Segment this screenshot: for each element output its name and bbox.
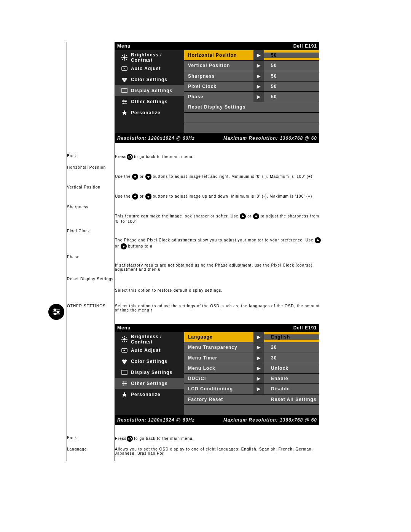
osd-right-label: Horizontal Position [184, 53, 253, 58]
osd-right-value: Enable [264, 376, 319, 381]
chevron-right-icon: ▶ [253, 61, 264, 70]
osd-right-value: 50 [264, 63, 319, 68]
osd-right-label: Reset Display Settings [184, 104, 253, 110]
osd-left-item[interactable]: Brightness / Contrast [115, 334, 184, 345]
row-back2-desc: Press to go back to the main menu. [115, 436, 324, 447]
osd-left-item[interactable]: Color Settings [115, 356, 184, 367]
up-icon [132, 174, 138, 180]
chevron-right-icon: ▶ [253, 353, 264, 363]
row-phase-label: Phase [67, 255, 115, 277]
osd-left-item[interactable]: Brightness / Contrast [115, 52, 184, 63]
up-icon [240, 213, 246, 219]
osd-display-settings: MenuDell E191Brightness / ContrastAuto A… [115, 42, 319, 143]
chevron-right-icon: ▶ [253, 92, 264, 102]
row-hpos-desc: Use the or buttons to adjust image left … [115, 165, 324, 185]
brightness-icon [121, 54, 128, 61]
osd-left-item[interactable]: Other Settings [115, 378, 184, 389]
row-sharp-label: Sharpness [67, 205, 115, 229]
osd-left-label: Other Settings [131, 381, 168, 386]
osd-left-item[interactable]: Personalize [115, 389, 184, 400]
osd-right-label: Menu Lock [184, 366, 253, 371]
osd-model: Dell E191 [293, 42, 317, 50]
row-lang-desc: Allows you to set the OSD display to one… [115, 447, 324, 461]
row-other-label: OTHER SETTINGS [67, 304, 115, 436]
osd-left-label: Auto Adjust [131, 348, 161, 353]
osd-left-label: Brightness / Contrast [131, 334, 184, 345]
osd-right-item[interactable]: LCD Conditioning▶Disable [184, 384, 319, 394]
row-pclock-label: Pixel Clock [67, 229, 115, 255]
osd-right-value: English [264, 334, 319, 340]
osd-left-item[interactable]: Display Settings [115, 367, 184, 378]
osd-right-item[interactable]: Vertical Position▶50 [184, 61, 319, 70]
chevron-right-icon: ▶ [253, 81, 264, 91]
star-icon [121, 391, 128, 398]
osd-right-item[interactable]: Menu Timer▶30 [184, 353, 319, 363]
osd-left-item[interactable]: Personalize [115, 107, 184, 118]
osd-right-label: Vertical Position [184, 63, 253, 68]
osd-right-label: Language [184, 334, 253, 340]
osd-left-item[interactable]: Auto Adjust [115, 63, 184, 74]
osd-left-label: Personalize [131, 110, 161, 115]
color-icon [121, 358, 128, 365]
row-back2-label: Back [67, 436, 115, 447]
chevron-right-icon: ▶ [253, 374, 264, 383]
down-icon [145, 174, 151, 180]
row-sharp-desc: This feature can make the image look sha… [115, 205, 324, 229]
row-reset-label: Reset Display Settings [67, 277, 115, 304]
osd-right-item[interactable]: Horizontal Position▶50 [184, 50, 319, 60]
osd-left-label: Color Settings [131, 77, 167, 82]
manual-table: MenuDell E191Brightness / ContrastAuto A… [46, 42, 323, 461]
osd-left-label: Display Settings [131, 370, 172, 375]
back-icon [127, 436, 133, 442]
osd-right-value: 50 [264, 84, 319, 89]
osd-left-label: Color Settings [131, 359, 167, 364]
osd-max-resolution: Maximum Resolution: 1366x768 @ 60 [223, 136, 317, 141]
chevron-right-icon: ▶ [253, 71, 264, 81]
down-icon [121, 243, 127, 249]
chevron-right-icon: ▶ [253, 342, 264, 352]
other-settings-icon [48, 304, 64, 320]
osd-max-resolution: Maximum Resolution: 1366x768 @ 60 [223, 417, 317, 423]
auto-icon [121, 65, 128, 72]
osd-right-value: 50 [264, 94, 319, 99]
osd-right-label: Factory Reset [184, 397, 253, 402]
osd-left-item[interactable]: Display Settings [115, 85, 184, 96]
osd-title: Menu [117, 324, 131, 332]
osd-right-item[interactable]: Menu Lock▶Unlock [184, 363, 319, 373]
osd-left-item[interactable]: Color Settings [115, 74, 184, 85]
osd-other-settings: MenuDell E191Brightness / ContrastAuto A… [115, 324, 319, 425]
osd-right-item[interactable]: Phase▶50 [184, 92, 319, 102]
osd-right-item[interactable]: Menu Transparency▶20 [184, 342, 319, 352]
display-icon [121, 369, 128, 376]
row-hpos-label: Horizontal Position [67, 165, 115, 185]
osd-resolution: Resolution: 1280x1024 @ 60Hz [117, 136, 195, 141]
display-icon [121, 87, 128, 94]
osd-right-label: LCD Conditioning [184, 386, 253, 391]
back-icon [127, 154, 133, 160]
osd-right-item[interactable]: Factory ResetReset All Settings [184, 395, 319, 404]
osd-left-label: Auto Adjust [131, 66, 161, 71]
osd-right-item[interactable]: Reset Display Settings [184, 102, 319, 112]
osd-right-item[interactable]: DDC/CI▶Enable [184, 374, 319, 383]
chevron-right-icon: ▶ [253, 384, 264, 394]
row-vpos-label: Vertical Position [67, 185, 115, 205]
brightness-icon [121, 336, 128, 343]
down-icon [253, 213, 259, 219]
osd-left-label: Other Settings [131, 99, 168, 104]
osd-right-item[interactable]: Language▶English [184, 332, 319, 342]
osd-right-label: Phase [184, 94, 253, 99]
chevron-right-icon: ▶ [253, 363, 264, 373]
osd-resolution: Resolution: 1280x1024 @ 60Hz [117, 417, 195, 423]
osd-title: Menu [117, 42, 131, 50]
osd-left-item[interactable]: Auto Adjust [115, 345, 184, 356]
osd-right-value: 20 [264, 345, 319, 350]
osd-left-item[interactable]: Other Settings [115, 96, 184, 107]
row-back-desc: Press to go back to the main menu. [115, 154, 324, 165]
down-icon [145, 193, 151, 200]
osd-right-value: Unlock [264, 366, 319, 371]
osd-right-item[interactable]: Sharpness▶50 [184, 71, 319, 81]
up-icon [315, 237, 321, 243]
row-lang-label: Language [67, 447, 115, 461]
osd-right-item[interactable]: Pixel Clock▶50 [184, 81, 319, 91]
osd-right-value: 30 [264, 355, 319, 361]
